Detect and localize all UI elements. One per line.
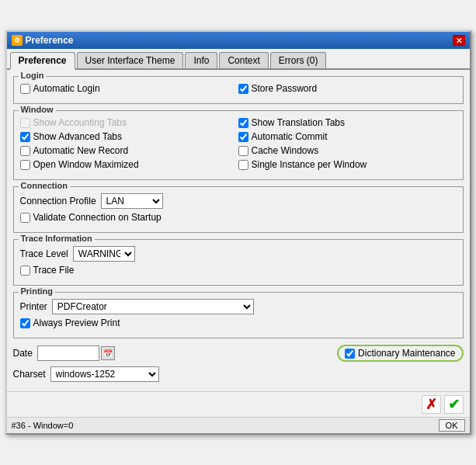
date-input[interactable]: 11/08/2007	[37, 345, 99, 361]
single-instance-label[interactable]: Single Instance per Window	[238, 159, 367, 170]
cache-windows-label[interactable]: Cache Windows	[238, 145, 319, 156]
x-icon: ✗	[426, 397, 437, 411]
tabs-bar: Preference User Interface Theme Info Con…	[7, 49, 470, 70]
window-group-label: Window	[19, 105, 56, 114]
trace-group-label: Trace Information	[19, 234, 95, 243]
connection-group: Connection Connection Profile LAN WAN VP…	[13, 186, 464, 233]
action-buttons: ✗ ✔	[422, 395, 464, 414]
calendar-button[interactable]: 📅	[101, 346, 115, 360]
show-accounting-tabs-label[interactable]: Show Accounting Tabs	[20, 117, 127, 128]
printing-group-label: Printing	[19, 286, 56, 296]
open-window-maximized-checkbox[interactable]	[20, 160, 30, 170]
trace-level-select[interactable]: WARNING INFO DEBUG ERROR	[73, 246, 135, 262]
automatic-new-record-checkbox[interactable]	[20, 146, 30, 156]
cache-windows-checkbox[interactable]	[238, 146, 248, 156]
automatic-login-checkbox[interactable]	[20, 84, 30, 94]
automatic-new-record-label[interactable]: Automatic New Record	[20, 145, 129, 156]
charset-row: Charset windows-1252 UTF-8 ISO-8859-1	[13, 366, 464, 382]
printer-label: Printer	[20, 301, 47, 312]
validate-connection-checkbox[interactable]	[20, 213, 30, 223]
validate-connection-label[interactable]: Validate Connection on Startup	[20, 212, 162, 223]
printer-select[interactable]: PDFCreator Microsoft Print to PDF	[52, 299, 254, 314]
show-translation-tabs-label[interactable]: Show Translation Tabs	[238, 117, 346, 128]
status-text: #36 - Window=0	[12, 421, 74, 430]
charset-label: Charset	[13, 369, 46, 380]
preference-window: ⚙ Preference ✕ Preference User Interface…	[5, 30, 471, 435]
date-label: Date	[13, 348, 33, 359]
tab-info[interactable]: Info	[185, 52, 217, 68]
main-content: Login Automatic Login Store Password	[7, 70, 470, 391]
status-ok-button[interactable]: OK	[439, 419, 465, 432]
dict-maintenance-label[interactable]: Dictionary Maintenance	[345, 348, 455, 359]
tab-preference[interactable]: Preference	[10, 52, 75, 70]
open-window-maximized-label[interactable]: Open Window Maximized	[20, 159, 139, 170]
window-group: Window Show Accounting Tabs Show Transla…	[13, 110, 464, 180]
ok-button[interactable]: ✔	[444, 395, 464, 414]
trace-level-label: Trace Level	[20, 248, 68, 259]
tab-context[interactable]: Context	[219, 52, 268, 68]
trace-group: Trace Information Trace Level WARNING IN…	[13, 239, 464, 286]
date-field: 11/08/2007 📅	[37, 345, 115, 361]
window-title: Preference	[26, 35, 74, 46]
show-advanced-tabs-label[interactable]: Show Advanced Tabs	[20, 131, 123, 142]
trace-file-label[interactable]: Trace File	[20, 265, 75, 276]
printing-group: Printing Printer PDFCreator Microsoft Pr…	[13, 292, 464, 338]
close-button[interactable]: ✕	[453, 35, 465, 46]
title-bar: ⚙ Preference ✕	[7, 32, 470, 49]
show-translation-tabs-checkbox[interactable]	[238, 118, 248, 128]
tab-ui-theme[interactable]: User Interface Theme	[77, 52, 184, 68]
show-accounting-tabs-checkbox[interactable]	[20, 118, 30, 128]
status-bar: #36 - Window=0 OK	[7, 417, 470, 433]
automatic-commit-label[interactable]: Automatic Commit	[238, 131, 328, 142]
always-preview-label[interactable]: Always Preview Print	[20, 318, 120, 328]
bottom-bar: ✗ ✔	[7, 391, 470, 417]
show-advanced-tabs-checkbox[interactable]	[20, 132, 30, 142]
trace-file-checkbox[interactable]	[20, 265, 30, 276]
connection-profile-select[interactable]: LAN WAN VPN	[101, 193, 163, 209]
check-icon: ✔	[448, 397, 460, 411]
dict-maintenance-highlight: Dictionary Maintenance	[337, 345, 463, 362]
cancel-button[interactable]: ✗	[422, 395, 441, 414]
date-dict-row: Date 11/08/2007 📅 Dictionary Maintenance	[13, 345, 464, 362]
connection-profile-label: Connection Profile	[20, 196, 96, 206]
tab-errors[interactable]: Errors (0)	[270, 52, 327, 68]
login-group-label: Login	[19, 71, 47, 80]
connection-group-label: Connection	[19, 181, 71, 190]
dict-maintenance-checkbox[interactable]	[345, 349, 355, 359]
always-preview-checkbox[interactable]	[20, 318, 30, 328]
store-password-checkbox-label[interactable]: Store Password	[238, 83, 318, 94]
automatic-login-checkbox-label[interactable]: Automatic Login	[20, 83, 100, 94]
automatic-commit-checkbox[interactable]	[238, 132, 248, 142]
store-password-checkbox[interactable]	[238, 84, 248, 94]
login-group: Login Automatic Login Store Password	[13, 76, 464, 104]
window-icon: ⚙	[12, 35, 23, 46]
single-instance-checkbox[interactable]	[238, 160, 248, 170]
charset-select[interactable]: windows-1252 UTF-8 ISO-8859-1	[50, 366, 159, 382]
